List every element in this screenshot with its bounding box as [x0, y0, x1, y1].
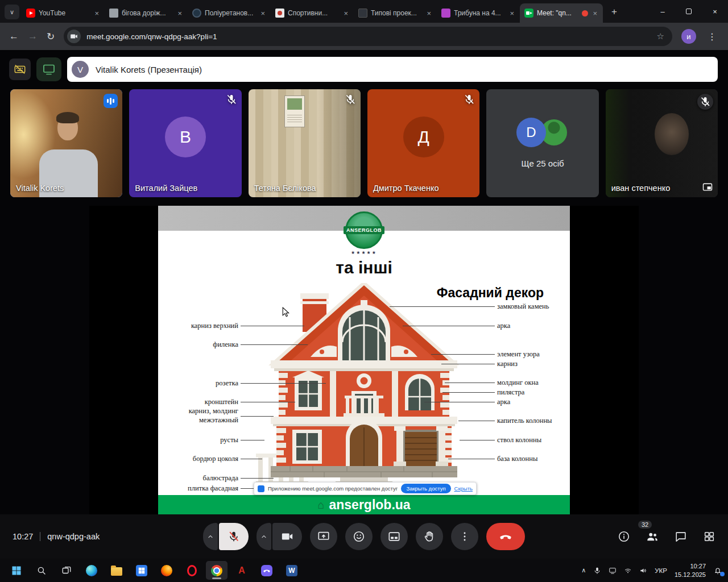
participant-tile-zaitsev[interactable]: В Виталий Зайцев — [129, 89, 241, 197]
layout-button[interactable] — [380, 523, 408, 550]
page-favicon-icon — [358, 9, 367, 18]
picture-in-picture-icon[interactable] — [702, 181, 713, 193]
end-call-button[interactable] — [486, 523, 525, 550]
search-button[interactable] — [31, 561, 52, 580]
diagram-label-right: замковый камень — [390, 302, 570, 311]
maximize-button[interactable] — [676, 0, 702, 23]
notification-bell-icon[interactable] — [713, 566, 722, 575]
camera-options-button[interactable] — [257, 523, 271, 550]
viber-button[interactable] — [256, 561, 278, 580]
screen-share-indicator-button[interactable] — [36, 57, 61, 81]
taskbar-clock[interactable]: 10:27 15.12.2025 — [675, 562, 706, 579]
anserglob-logo: ANSERGLOB — [345, 211, 383, 249]
tab-close-button[interactable]: × — [259, 9, 266, 18]
tab-typovi[interactable]: Типові проек... × — [354, 3, 437, 23]
meeting-details-button[interactable] — [618, 530, 630, 543]
search-icon — [36, 566, 47, 576]
tab-close-button[interactable]: × — [176, 9, 183, 18]
smile-icon — [353, 530, 365, 543]
chevron-down-icon: ∨ — [10, 9, 14, 16]
chrome-button[interactable] — [206, 561, 228, 580]
tab-close-button[interactable]: × — [342, 9, 349, 18]
camera-indicator-icon[interactable] — [67, 30, 81, 43]
forward-button[interactable]: → — [28, 31, 38, 42]
network-icon[interactable] — [624, 567, 632, 575]
url-text[interactable]: meet.google.com/qnw-qdpg-aak?pli=1 — [86, 32, 651, 41]
participant-tile-overflow[interactable]: D Ще 25 осіб — [486, 89, 598, 197]
tab-sportyvni[interactable]: Спортивни... × — [271, 3, 354, 23]
participant-avatar: Д — [403, 117, 444, 157]
tab-poliuretan[interactable]: Поліуретанов... × — [188, 3, 271, 23]
tray-expand-button[interactable]: ∧ — [581, 567, 586, 574]
mic-toggle-button[interactable] — [219, 523, 249, 550]
tab-close-button[interactable]: × — [93, 9, 100, 18]
start-button[interactable] — [6, 561, 27, 580]
tab-label: YouTube — [39, 9, 90, 17]
diagram-label-right: база колонны — [448, 454, 570, 463]
phone-icon — [263, 567, 271, 575]
browser-menu-icon[interactable]: ⋮ — [705, 31, 719, 42]
file-explorer-button[interactable] — [106, 561, 127, 580]
tab-search-button[interactable]: ∨ — [5, 5, 19, 19]
tab-trybuna[interactable]: Трибуна на 4... × — [437, 3, 520, 23]
task-view-button[interactable] — [56, 561, 77, 580]
tray-mic-icon[interactable] — [593, 567, 601, 575]
divider — [40, 532, 40, 541]
tab-bigova[interactable]: бігова доріж... × — [105, 3, 188, 23]
reload-button[interactable]: ↻ — [47, 31, 55, 43]
participants-button[interactable]: 32 — [646, 530, 659, 543]
word-button[interactable]: W — [281, 561, 303, 580]
tab-close-button[interactable]: × — [592, 9, 598, 18]
diagram-label-right: элемент узора — [431, 350, 570, 359]
edge-button[interactable] — [81, 561, 102, 580]
back-button[interactable]: ← — [9, 31, 19, 42]
windows-flag-icon — [138, 567, 146, 575]
participant-tile-belikova[interactable]: Тетяна Бєлікова — [249, 89, 361, 197]
more-options-button[interactable] — [451, 523, 478, 550]
new-tab-button[interactable]: + — [606, 4, 622, 20]
autocad-button[interactable]: A — [231, 561, 253, 580]
tab-label: Спортивни... — [288, 9, 339, 17]
shared-screen-stage: ANSERGLOB ★★★★★ та інші Фасадний декор — [89, 206, 639, 514]
bookmark-star-icon[interactable]: ☆ — [657, 31, 669, 41]
autocad-icon: A — [238, 566, 245, 576]
participant-tile-tkachenko[interactable]: Д Дмитро Ткаченко — [367, 89, 479, 197]
hide-notice-link[interactable]: Скрыть — [454, 485, 473, 492]
stop-sharing-button[interactable]: Закрыть доступ — [401, 484, 450, 493]
notice-text: Приложению meet.google.com предоставлен … — [268, 485, 398, 492]
language-indicator[interactable]: УКР — [655, 567, 667, 574]
camera-toggle-button[interactable] — [272, 523, 302, 550]
close-window-button[interactable]: × — [702, 0, 728, 23]
raise-hand-button[interactable] — [416, 523, 443, 550]
minimize-button[interactable]: – — [650, 0, 676, 23]
viber-icon — [261, 565, 272, 576]
opera-button[interactable] — [181, 561, 202, 580]
address-bar[interactable]: meet.google.com/qnw-qdpg-aak?pli=1 ☆ — [64, 27, 672, 46]
mic-options-button[interactable] — [203, 523, 218, 550]
recording-indicator-icon — [582, 10, 588, 16]
participant-count-badge: 32 — [638, 521, 652, 529]
tab-youtube[interactable]: YouTube × — [22, 3, 105, 23]
meeting-time: 10:27 — [13, 532, 33, 541]
firefox-button[interactable] — [156, 561, 177, 580]
folder-icon — [111, 567, 122, 576]
participant-tile-vitalik[interactable]: Vitalik Korets — [10, 89, 122, 197]
chat-button[interactable] — [675, 530, 687, 543]
tab-meet-active[interactable]: Meet: "qn... × — [520, 3, 603, 23]
participant-tile-stepchenko[interactable]: иван степченко — [606, 89, 718, 197]
activities-button[interactable] — [703, 530, 715, 543]
store-button[interactable] — [131, 561, 152, 580]
tab-close-button[interactable]: × — [508, 9, 515, 18]
participant-grid: Vitalik Korets В Виталий Зайцев Тетяна Б… — [10, 89, 718, 197]
diagram-label-right: арка — [403, 321, 570, 330]
captions-off-button[interactable] — [9, 59, 31, 80]
reactions-button[interactable] — [345, 523, 373, 550]
task-view-icon — [61, 566, 72, 576]
mic-off-icon — [226, 94, 237, 105]
volume-icon[interactable] — [639, 567, 647, 575]
tab-close-button[interactable]: × — [425, 9, 432, 18]
profile-avatar[interactable]: и — [681, 29, 696, 44]
tray-display-icon[interactable] — [609, 567, 617, 575]
present-button[interactable] — [310, 523, 337, 550]
diagram-label-right: карниз — [441, 359, 570, 368]
